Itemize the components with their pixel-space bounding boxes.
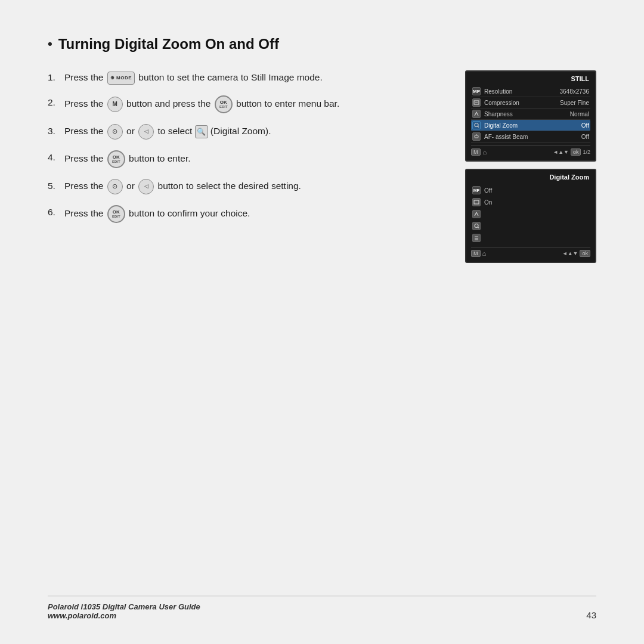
screen2-footer: M ⌂ ◄▲▼ ok <box>471 247 590 257</box>
dz-on-row: On <box>471 196 590 208</box>
step-5-text: Press the ⊙ or ◁ button to select the de… <box>64 179 441 194</box>
dz-mp-icon: MP <box>472 186 481 194</box>
screen1-footer: M ⌂ ◄▲▼ ok 1/2 <box>471 145 590 156</box>
screen1-footer-nav: ◄▲▼ ok 1/2 <box>553 148 590 156</box>
screen1-nav-arrows: ◄▲▼ <box>553 149 569 155</box>
dz-off-label: Off <box>484 187 589 194</box>
camera-screens-panel: STILL MP Resolution 3648x2736 Compressio… <box>465 70 596 263</box>
screen2-ok-icon: ok <box>580 250 590 257</box>
dz-row5 <box>471 232 590 244</box>
page-title: Turning Digital Zoom On and Off <box>58 36 279 52</box>
screen2-nav-arrows: ◄▲▼ <box>562 250 578 256</box>
or-text: or <box>126 126 135 136</box>
screen1-ok-icon: ok <box>571 148 581 156</box>
svg-rect-4 <box>475 135 478 138</box>
footer-page-number: 43 <box>586 610 596 620</box>
compression-label: Compression <box>484 100 556 106</box>
left-right-nav-icon-3b: ◁ <box>138 124 154 140</box>
sharpness-row: Sharpness Normal <box>471 109 590 120</box>
screen1-home-icon: ⌂ <box>483 148 487 156</box>
step-6: 6. Press the OK EDIT button to confirm y… <box>48 205 441 223</box>
left-right-nav-icon-5b: ◁ <box>138 179 154 194</box>
up-down-nav-icon-3a: ⊙ <box>107 124 123 140</box>
dz-compress-icon <box>472 198 481 206</box>
resolution-icon: MP <box>472 87 481 95</box>
screen2-footer-left: M ⌂ <box>471 250 486 257</box>
screen2-home-icon: ⌂ <box>482 250 487 257</box>
step-2: 2. Press the M button and press the OK E… <box>48 95 441 113</box>
step-1: 1. Press the ⊕ MODE button to set the ca… <box>48 70 441 85</box>
step-4: 4. Press the OK EDIT button to enter. <box>48 150 441 168</box>
still-menu-screen: STILL MP Resolution 3648x2736 Compressio… <box>465 70 596 162</box>
screen2-footer-right: ◄▲▼ ok <box>562 250 590 257</box>
step-5-num: 5. <box>48 179 64 194</box>
step-3: 3. Press the ⊙ or ◁ to select 🔍 (Digital… <box>48 124 441 140</box>
content-area: 1. Press the ⊕ MODE button to set the ca… <box>48 70 596 263</box>
dz-zoom-icon <box>472 222 481 230</box>
step-1-num: 1. <box>48 70 64 85</box>
sharpness-value: Normal <box>570 111 589 117</box>
svg-point-2 <box>475 123 478 127</box>
up-down-nav-icon-5a: ⊙ <box>107 179 123 194</box>
svg-rect-6 <box>474 200 479 204</box>
compression-value: Super Fine <box>560 100 589 106</box>
step-6-text: Press the OK EDIT button to confirm your… <box>64 205 441 223</box>
resolution-row: MP Resolution 3648x2736 <box>471 86 590 97</box>
page: • Turning Digital Zoom On and Off 1. Pre… <box>0 0 644 644</box>
svg-point-7 <box>475 224 478 228</box>
sharpness-label: Sharpness <box>484 111 566 117</box>
af-assist-row: AF- assist Beam Off <box>471 131 590 143</box>
step-2-text: Press the M button and press the OK EDIT… <box>64 95 441 113</box>
af-assist-value: Off <box>581 134 589 140</box>
footer-left: Polaroid i1035 Digital Camera User Guide… <box>48 602 200 620</box>
sharpness-icon <box>472 110 481 118</box>
digital-zoom-icon <box>472 121 481 129</box>
svg-line-8 <box>478 227 479 228</box>
digital-zoom-menu-icon: 🔍 <box>195 125 208 138</box>
dz-sharp-icon <box>472 210 481 218</box>
m-button-icon: M <box>107 97 123 112</box>
mode-button-icon: ⊕ MODE <box>107 72 135 85</box>
step-6-num: 6. <box>48 205 64 223</box>
digital-zoom-screen: Digital Zoom MP Off On <box>465 169 596 263</box>
step-5: 5. Press the ⊙ or ◁ button to select the… <box>48 179 441 194</box>
compression-row: Compression Super Fine <box>471 97 590 109</box>
step-3-text: Press the ⊙ or ◁ to select 🔍 (Digital Zo… <box>64 124 441 140</box>
digital-zoom-row: Digital Zoom Off <box>471 120 590 131</box>
step-1-text: Press the ⊕ MODE button to set the camer… <box>64 70 441 85</box>
footer-title: Polaroid i1035 Digital Camera User Guide <box>48 602 200 611</box>
resolution-label: Resolution <box>484 88 556 95</box>
instructions-list: 1. Press the ⊕ MODE button to set the ca… <box>48 70 441 263</box>
ok-edit-button-icon-4: OK EDIT <box>107 150 125 168</box>
ok-edit-button-icon-6: OK EDIT <box>107 205 125 223</box>
page-footer: Polaroid i1035 Digital Camera User Guide… <box>48 596 596 620</box>
ok-edit-button-icon-2: OK EDIT <box>215 95 233 113</box>
bullet-point: • <box>48 36 52 52</box>
screen2-m-icon: M <box>471 250 481 257</box>
or-text-5: or <box>126 181 135 191</box>
digital-zoom-value: Off <box>581 122 589 129</box>
dz-on-label: On <box>484 199 589 206</box>
af-assist-icon <box>472 132 481 141</box>
svg-line-3 <box>478 126 479 128</box>
step-4-num: 4. <box>48 150 64 168</box>
footer-url: www.polaroid.com <box>48 611 200 620</box>
dz-row4 <box>471 220 590 232</box>
af-assist-label: AF- assist Beam <box>484 134 578 140</box>
compression-icon <box>472 98 481 107</box>
dz-menu-icon <box>472 234 481 242</box>
dz-row3 <box>471 208 590 220</box>
digital-zoom-screen-title: Digital Zoom <box>471 174 590 181</box>
screen1-page-num: 1/2 <box>583 149 590 155</box>
dz-off-row: MP Off <box>471 184 590 196</box>
resolution-value: 3648x2736 <box>560 88 590 95</box>
digital-zoom-label: Digital Zoom <box>484 122 578 129</box>
step-4-text: Press the OK EDIT button to enter. <box>64 150 441 168</box>
step-3-num: 3. <box>48 124 64 140</box>
step-2-num: 2. <box>48 95 64 113</box>
still-screen-title: STILL <box>471 75 590 82</box>
screen1-m-icon: M <box>471 148 481 156</box>
title-row: • Turning Digital Zoom On and Off <box>48 36 596 52</box>
screen1-footer-left: M ⌂ <box>471 148 487 156</box>
